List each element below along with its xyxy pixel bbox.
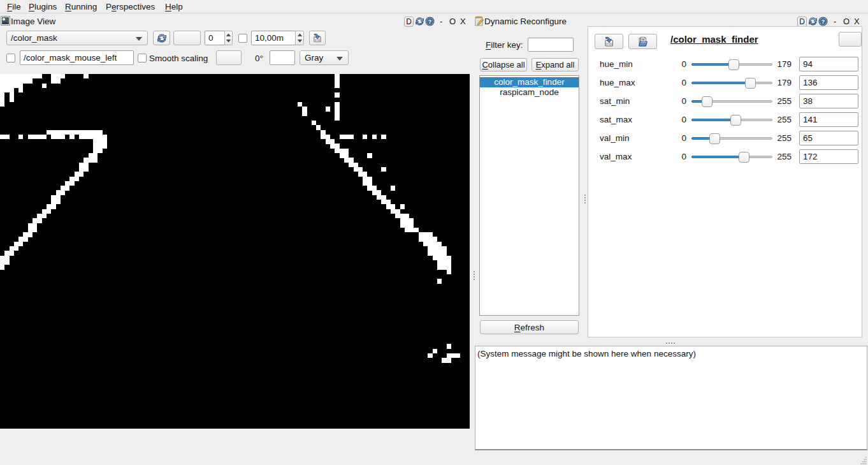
svg-text:?: ? bbox=[821, 18, 825, 25]
svg-text:?: ? bbox=[428, 18, 431, 25]
